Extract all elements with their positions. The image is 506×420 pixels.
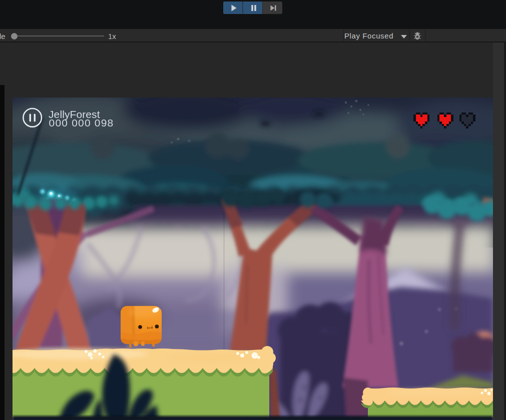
svg-text:000 000 098: 000 000 098 bbox=[49, 117, 114, 128]
